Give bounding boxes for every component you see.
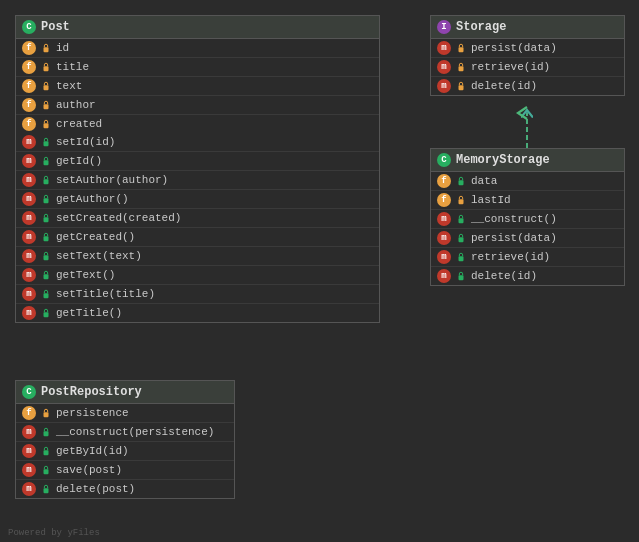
post-field-created-text: created [56, 118, 102, 130]
lock-icon [40, 155, 52, 167]
post-class-title: Post [41, 20, 70, 34]
lock-icon [40, 269, 52, 281]
post-field-id-text: id [56, 42, 69, 54]
post-method-gettext-text: getText() [56, 269, 115, 281]
lock-icon [40, 61, 52, 73]
storage-method-retrieve-text: retrieve(id) [471, 61, 550, 73]
post-method-setid-text: setId(id) [56, 136, 115, 148]
memorystorage-field-lastid-text: lastId [471, 194, 511, 206]
svg-rect-22 [459, 256, 464, 261]
field-badge: f [22, 79, 36, 93]
svg-rect-9 [44, 217, 49, 222]
storage-interface-header: I Storage [431, 16, 624, 39]
svg-rect-23 [459, 275, 464, 280]
memorystorage-method-delete-text: delete(id) [471, 270, 537, 282]
memorystorage-field-lastid: f lastId [431, 191, 624, 210]
method-badge: m [437, 212, 451, 226]
svg-rect-24 [44, 412, 49, 417]
svg-rect-2 [44, 85, 49, 90]
postrepository-header: C PostRepository [16, 381, 234, 404]
lock-icon [455, 251, 467, 263]
lock-icon [40, 42, 52, 54]
method-badge: m [22, 192, 36, 206]
field-badge: f [22, 98, 36, 112]
lock-icon [40, 212, 52, 224]
postrepository-class-box: C PostRepository f persistence m __const… [15, 380, 235, 499]
post-field-title: f title [16, 58, 379, 77]
storage-badge: I [437, 20, 451, 34]
method-badge: m [22, 268, 36, 282]
memorystorage-title: MemoryStorage [456, 153, 550, 167]
svg-rect-18 [459, 180, 464, 185]
post-method-setid: m setId(id) [16, 133, 379, 152]
svg-rect-0 [44, 47, 49, 52]
svg-rect-6 [44, 160, 49, 165]
svg-rect-26 [44, 450, 49, 455]
svg-rect-5 [44, 141, 49, 146]
lock-icon [455, 232, 467, 244]
memorystorage-class-box: C MemoryStorage f data f lastId m __cons… [430, 148, 625, 286]
method-badge: m [22, 249, 36, 263]
lock-icon [40, 250, 52, 262]
method-badge: m [22, 306, 36, 320]
post-field-title-text: title [56, 61, 89, 73]
post-field-id: f id [16, 39, 379, 58]
svg-rect-16 [459, 66, 464, 71]
svg-rect-17 [459, 85, 464, 90]
method-badge: m [22, 135, 36, 149]
post-method-getcreated-text: getCreated() [56, 231, 135, 243]
memorystorage-method-delete: m delete(id) [431, 267, 624, 285]
method-badge: m [437, 250, 451, 264]
method-badge: m [22, 444, 36, 458]
postrepository-method-construct: m __construct(persistence) [16, 423, 234, 442]
method-badge: m [437, 269, 451, 283]
method-badge: m [437, 60, 451, 74]
memorystorage-badge: C [437, 153, 451, 167]
method-badge: m [22, 425, 36, 439]
postrepository-method-construct-text: __construct(persistence) [56, 426, 214, 438]
lock-icon [40, 483, 52, 495]
method-badge: m [437, 41, 451, 55]
method-badge: m [22, 173, 36, 187]
post-method-getcreated: m getCreated() [16, 228, 379, 247]
storage-method-persist: m persist(data) [431, 39, 624, 58]
lock-icon [40, 288, 52, 300]
lock-icon [455, 80, 467, 92]
method-badge: m [437, 231, 451, 245]
post-method-getauthor: m getAuthor() [16, 190, 379, 209]
svg-rect-28 [44, 488, 49, 493]
lock-icon [40, 136, 52, 148]
lock-icon [455, 42, 467, 54]
post-method-setcreated: m setCreated(created) [16, 209, 379, 228]
memorystorage-method-retrieve: m retrieve(id) [431, 248, 624, 267]
memorystorage-method-persist: m persist(data) [431, 229, 624, 248]
post-method-setauthor: m setAuthor(author) [16, 171, 379, 190]
memorystorage-field-data-text: data [471, 175, 497, 187]
svg-rect-8 [44, 198, 49, 203]
postrepository-method-getbyid: m getById(id) [16, 442, 234, 461]
storage-title: Storage [456, 20, 506, 34]
post-field-text: f text [16, 77, 379, 96]
footer-label: Powered by yFiles [8, 528, 100, 538]
memorystorage-field-data: f data [431, 172, 624, 191]
post-method-setcreated-text: setCreated(created) [56, 212, 181, 224]
method-badge: m [22, 230, 36, 244]
lock-icon [40, 307, 52, 319]
post-class-box: C Post f id f title f [15, 15, 380, 323]
field-badge: f [22, 60, 36, 74]
lock-icon [40, 407, 52, 419]
post-fields-section: f id f title f text f [16, 39, 379, 133]
svg-rect-11 [44, 255, 49, 260]
storage-method-delete: m delete(id) [431, 77, 624, 95]
svg-rect-12 [44, 274, 49, 279]
svg-rect-20 [459, 218, 464, 223]
post-class-header: C Post [16, 16, 379, 39]
post-method-setauthor-text: setAuthor(author) [56, 174, 168, 186]
post-method-settext: m setText(text) [16, 247, 379, 266]
lock-icon [40, 118, 52, 130]
post-method-getid: m getId() [16, 152, 379, 171]
memorystorage-header: C MemoryStorage [431, 149, 624, 172]
postrepository-badge: C [22, 385, 36, 399]
memorystorage-method-persist-text: persist(data) [471, 232, 557, 244]
lock-icon [455, 175, 467, 187]
